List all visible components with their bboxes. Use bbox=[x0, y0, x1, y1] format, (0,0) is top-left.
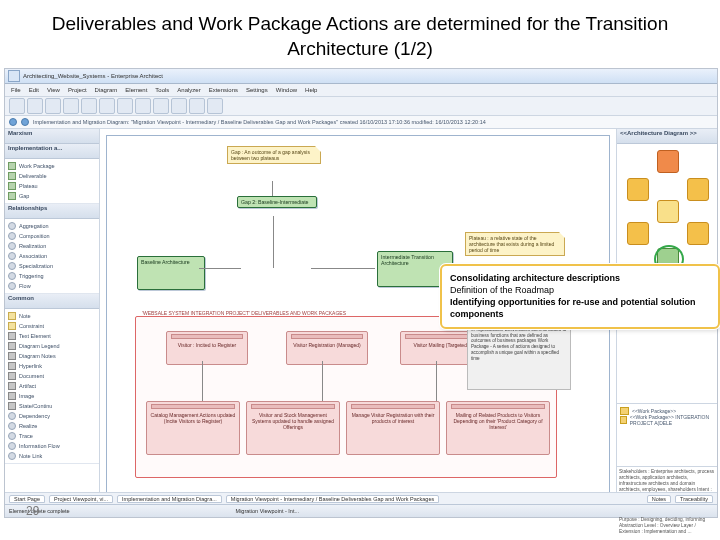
toolbar-button[interactable] bbox=[99, 98, 115, 114]
app-title: Architecting_Website_Systems - Enterpris… bbox=[23, 73, 163, 79]
hex-node[interactable] bbox=[657, 150, 679, 173]
toolbox-item[interactable]: Specialization bbox=[8, 261, 96, 271]
toolbox-item[interactable]: Artifact bbox=[8, 381, 96, 391]
toolbar-button[interactable] bbox=[81, 98, 97, 114]
tab[interactable]: Start Page bbox=[9, 495, 45, 503]
toolbox-item[interactable]: Constraint bbox=[8, 321, 96, 331]
toolbox-item[interactable]: Aggregation bbox=[8, 221, 96, 231]
toolbox-item[interactable]: Note Link bbox=[8, 451, 96, 461]
plateau-icon bbox=[8, 182, 16, 190]
legend-box[interactable]: «ProjectCasas» Deliverables communicated… bbox=[467, 324, 571, 390]
menu-item[interactable]: Analyzer bbox=[177, 87, 200, 93]
diagram-overview-header[interactable]: <<Architecture Diagram >> bbox=[617, 129, 717, 144]
artifact-icon bbox=[8, 382, 16, 390]
relation-icon bbox=[8, 232, 16, 240]
relation-icon bbox=[8, 272, 16, 280]
panel-header[interactable]: Marxism bbox=[5, 129, 99, 144]
frame-title: 'WEBSALE SYSTEM INTEGRATION PROJECT' DEL… bbox=[140, 310, 348, 316]
toolbox-item[interactable]: Text Element bbox=[8, 331, 96, 341]
app-icon bbox=[8, 70, 20, 82]
menu-item[interactable]: Tools bbox=[155, 87, 169, 93]
toolbox-item[interactable]: Realization bbox=[8, 241, 96, 251]
menu-item[interactable]: Window bbox=[276, 87, 297, 93]
toolbox-item[interactable]: Triggering bbox=[8, 271, 96, 281]
deliverable-element[interactable]: Visitor : Incited to Register bbox=[166, 331, 248, 365]
panel-header[interactable]: Relationships bbox=[5, 204, 99, 219]
toolbar-button[interactable] bbox=[45, 98, 61, 114]
notes-icon bbox=[8, 352, 16, 360]
toolbar-button[interactable] bbox=[9, 98, 25, 114]
toolbox-item[interactable]: Composition bbox=[8, 231, 96, 241]
toolbar-button[interactable] bbox=[189, 98, 205, 114]
tab[interactable]: Migration Viewpoint - Intermediary / Bas… bbox=[226, 495, 439, 503]
note-gap[interactable]: Gap : An outcome of a gap analysis betwe… bbox=[227, 146, 321, 164]
toolbox-item[interactable]: Association bbox=[8, 251, 96, 261]
toolbox-item[interactable]: Work Package bbox=[8, 161, 96, 171]
toolbox-item[interactable]: Gap bbox=[8, 191, 96, 201]
menu-item[interactable]: Project bbox=[68, 87, 87, 93]
menu-item[interactable]: Diagram bbox=[95, 87, 118, 93]
hex-node[interactable] bbox=[627, 178, 649, 201]
breadcrumb: Implementation and Migration Diagram: "M… bbox=[5, 116, 717, 129]
toolbox-item[interactable]: Image bbox=[8, 391, 96, 401]
toolbox-item[interactable]: Trace bbox=[8, 431, 96, 441]
workpackage-element[interactable]: Mailing of Related Products to Visitors … bbox=[446, 401, 550, 455]
menu-item[interactable]: Element bbox=[125, 87, 147, 93]
menu-item[interactable]: File bbox=[11, 87, 21, 93]
connector bbox=[311, 268, 375, 269]
toolbar-button[interactable] bbox=[153, 98, 169, 114]
callout-line: Identifying opportunities for re-use and… bbox=[450, 297, 696, 319]
hex-node[interactable] bbox=[687, 222, 709, 245]
taskbar-item[interactable]: Migration Viewpoint - Int... bbox=[236, 508, 299, 514]
gap-element[interactable]: Gap 2: Baseline-Intermediate bbox=[237, 196, 317, 208]
text-icon bbox=[8, 332, 16, 340]
tab[interactable]: Implementation and Migration Diagra... bbox=[117, 495, 222, 503]
tree-item[interactable]: <<Work Package>> INTGERATION PROJECT A(D… bbox=[620, 415, 714, 424]
toolbar-button[interactable] bbox=[207, 98, 223, 114]
menu-item[interactable]: View bbox=[47, 87, 60, 93]
toolbox-item[interactable]: Realize bbox=[8, 421, 96, 431]
toolbar-button[interactable] bbox=[117, 98, 133, 114]
hex-node-center[interactable] bbox=[657, 200, 679, 223]
toolbox-item[interactable]: Information Flow bbox=[8, 441, 96, 451]
tab-notes[interactable]: Notes bbox=[647, 495, 671, 503]
plateau-baseline[interactable]: Baseline Architecture bbox=[137, 256, 205, 290]
toolbar-button[interactable] bbox=[171, 98, 187, 114]
workpackage-element[interactable]: Visitor and Stock Management Systems upd… bbox=[246, 401, 340, 455]
toolbox-item[interactable]: Dependency bbox=[8, 411, 96, 421]
toolbar-button[interactable] bbox=[63, 98, 79, 114]
menu-item[interactable]: Edit bbox=[29, 87, 39, 93]
toolbox-item[interactable]: State/Continu bbox=[8, 401, 96, 411]
document-icon bbox=[8, 372, 16, 380]
dependency-icon bbox=[8, 412, 16, 420]
toolbox-item[interactable]: Diagram Notes bbox=[8, 351, 96, 361]
tab[interactable]: Project Viewpoint, vi... bbox=[49, 495, 113, 503]
toolbox-item[interactable]: Document bbox=[8, 371, 96, 381]
menu-item[interactable]: Help bbox=[305, 87, 317, 93]
toolbox-item[interactable]: Diagram Legend bbox=[8, 341, 96, 351]
project-tree[interactable]: <<Work Package>> <<Work Package>> INTGER… bbox=[617, 404, 717, 466]
trace-icon bbox=[8, 432, 16, 440]
panel-header[interactable]: Common bbox=[5, 294, 99, 309]
toolbox-item[interactable]: Hyperlink bbox=[8, 361, 96, 371]
workpackage-element[interactable]: Manage Visitor Registration with their p… bbox=[346, 401, 440, 455]
menubar[interactable]: File Edit View Project Diagram Element T… bbox=[5, 84, 717, 97]
deliverable-element[interactable]: Visitor Registration (Managed) bbox=[286, 331, 368, 365]
toolbox-item[interactable]: Deliverable bbox=[8, 171, 96, 181]
toolbar-button[interactable] bbox=[135, 98, 151, 114]
toolbox-item[interactable]: Plateau bbox=[8, 181, 96, 191]
crumb-icon bbox=[21, 118, 29, 126]
toolbar bbox=[5, 97, 717, 116]
hex-node[interactable] bbox=[687, 178, 709, 201]
workpackage-element[interactable]: Catalog Management Actions updated (Inci… bbox=[146, 401, 240, 455]
toolbar-button[interactable] bbox=[27, 98, 43, 114]
menu-item[interactable]: Settings bbox=[246, 87, 268, 93]
menu-item[interactable]: Extensions bbox=[209, 87, 238, 93]
toolbox-item[interactable]: Flow bbox=[8, 281, 96, 291]
tab-traceability[interactable]: Traceability bbox=[675, 495, 713, 503]
relation-icon bbox=[8, 282, 16, 290]
panel-header[interactable]: Implementation a... bbox=[5, 144, 99, 159]
hex-node[interactable] bbox=[627, 222, 649, 245]
toolbox-item[interactable]: Note bbox=[8, 311, 96, 321]
note-plateau[interactable]: Plateau : a relative state of the archit… bbox=[465, 232, 565, 256]
